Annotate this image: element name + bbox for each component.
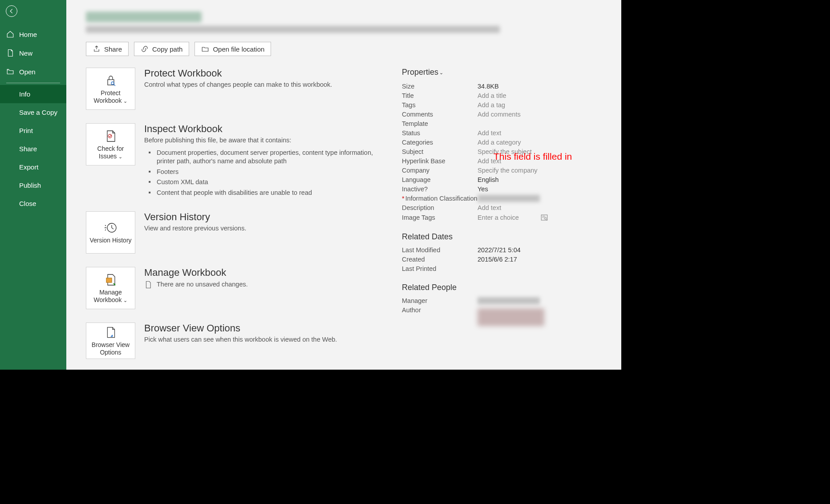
related-people-header: Related People — [402, 283, 593, 292]
button-label: Copy path — [152, 45, 182, 53]
chevron-down-icon: ⌄ — [123, 298, 127, 303]
manage-workbook-tile[interactable]: Manage Workbook⌄ — [86, 267, 135, 309]
nav-home[interactable]: Home — [0, 25, 66, 44]
prop-label: Last Modified — [402, 246, 478, 254]
language-value[interactable]: English — [478, 176, 499, 183]
status-input[interactable]: Add text — [478, 129, 501, 137]
required-asterisk: * — [402, 195, 405, 202]
prop-label: Last Printed — [402, 265, 478, 272]
list-item: Document properties, document server pro… — [144, 148, 389, 167]
nav-label: New — [19, 49, 32, 57]
prop-label: Hyperlink Base — [402, 157, 478, 165]
comments-input[interactable]: Add comments — [478, 111, 521, 118]
section-title: Inspect Workbook — [144, 123, 389, 135]
share-icon — [93, 45, 101, 53]
section-desc: View and restore previous versions. — [144, 224, 389, 233]
home-icon — [6, 30, 14, 38]
nav-save-copy[interactable]: Save a Copy — [0, 103, 66, 121]
prop-label: Status — [402, 129, 478, 137]
nav-label: Home — [19, 31, 37, 38]
nav-label: Close — [19, 200, 36, 207]
nav-publish[interactable]: Publish — [0, 176, 66, 194]
browser-view-tile[interactable]: Browser View Options — [86, 323, 135, 359]
title-input[interactable]: Add a title — [478, 92, 506, 99]
prop-label: Language — [402, 176, 478, 183]
prop-label: Tags — [402, 101, 478, 109]
nav-print[interactable]: Print — [0, 121, 66, 140]
nav-close[interactable]: Close — [0, 194, 66, 213]
protect-workbook-tile[interactable]: Protect Workbook⌄ — [86, 68, 135, 110]
hyperlink-input[interactable]: Add text — [478, 157, 501, 165]
related-dates-header: Related Dates — [402, 232, 593, 242]
section-title: Browser View Options — [144, 323, 389, 334]
version-section: Version History Version History View and… — [86, 211, 389, 254]
share-button[interactable]: Share — [86, 42, 129, 56]
section-title: Protect Workbook — [144, 68, 389, 79]
nav-share[interactable]: Share — [0, 140, 66, 158]
chevron-down-icon: ⌄ — [118, 154, 122, 159]
tile-label: Protect Workbook — [94, 89, 122, 104]
nav-label: Open — [19, 68, 36, 76]
prop-label: Title — [402, 92, 478, 99]
version-history-tile[interactable]: Version History — [86, 211, 135, 254]
nav-divider — [6, 83, 60, 83]
prop-label: Description — [402, 204, 478, 211]
subject-input[interactable]: Specify the subject — [478, 148, 532, 155]
prop-value: 34.8KB — [478, 83, 499, 90]
prop-label: Manager — [402, 297, 478, 304]
tile-label: Manage Workbook — [94, 289, 122, 303]
prop-label: Subject — [402, 148, 478, 155]
prop-label: Categories — [402, 139, 478, 146]
backstage-sidebar: Home New Open Info Save a Copy Print Sha… — [0, 0, 66, 370]
document-path-blurred — [86, 26, 500, 33]
svg-rect-4 — [106, 278, 112, 282]
list-item: Content that people with disabilities ar… — [144, 188, 389, 198]
manager-value-blurred[interactable] — [478, 297, 540, 304]
open-location-button[interactable]: Open file location — [194, 42, 271, 56]
nav-new[interactable]: New — [0, 44, 66, 62]
nav-label: Publish — [19, 181, 41, 189]
nav-label: Print — [19, 127, 33, 134]
prop-label: Size — [402, 83, 478, 90]
app-window: Home New Open Info Save a Copy Print Sha… — [0, 0, 621, 370]
prop-label: Image Tags — [402, 214, 478, 221]
properties-header-label: Properties — [402, 68, 438, 77]
prop-label: Created — [402, 256, 478, 263]
imagetags-input[interactable]: Enter a choice — [478, 214, 519, 221]
categories-input[interactable]: Add a category — [478, 139, 521, 146]
infoclass-value-blurred[interactable] — [478, 195, 540, 202]
manage-icon — [104, 273, 118, 287]
info-sections: Protect Workbook⌄ Protect Workbook Contr… — [86, 68, 389, 370]
description-input[interactable]: Add text — [478, 204, 501, 211]
company-input[interactable]: Specify the company — [478, 167, 538, 174]
link-icon — [141, 45, 149, 53]
section-desc: Pick what users can see when this workbo… — [144, 335, 389, 344]
author-value-blurred[interactable] — [478, 308, 544, 326]
inspect-list: Document properties, document server pro… — [144, 148, 389, 198]
search-list-icon[interactable] — [540, 214, 548, 222]
folder-open-icon — [6, 68, 14, 76]
nav-info[interactable]: Info — [0, 85, 66, 103]
chevron-down-icon: ⌄ — [439, 70, 443, 75]
properties-dropdown[interactable]: Properties⌄ — [402, 68, 593, 77]
copy-path-button[interactable]: Copy path — [134, 42, 189, 56]
section-desc: Before publishing this file, be aware th… — [144, 136, 389, 145]
section-title: Manage Workbook — [144, 267, 389, 278]
section-desc: Control what types of changes people can… — [144, 81, 389, 89]
nav-export[interactable]: Export — [0, 158, 66, 176]
inspect-icon — [104, 129, 118, 143]
back-button[interactable] — [6, 5, 17, 17]
inactive-value[interactable]: Yes — [478, 185, 488, 193]
created-value: 2015/6/6 2:17 — [478, 256, 517, 263]
prop-label: Company — [402, 167, 478, 174]
document-icon — [6, 49, 14, 57]
lock-icon — [104, 73, 118, 88]
prop-label: Inactive? — [402, 185, 478, 193]
chevron-down-icon: ⌄ — [123, 98, 127, 104]
check-issues-tile[interactable]: Check for Issues⌄ — [86, 123, 135, 165]
list-item: Custom XML data — [144, 177, 389, 188]
tags-input[interactable]: Add a tag — [478, 101, 505, 109]
nav-open[interactable]: Open — [0, 62, 66, 81]
nav-label: Save a Copy — [19, 109, 57, 116]
button-label: Share — [104, 45, 122, 53]
